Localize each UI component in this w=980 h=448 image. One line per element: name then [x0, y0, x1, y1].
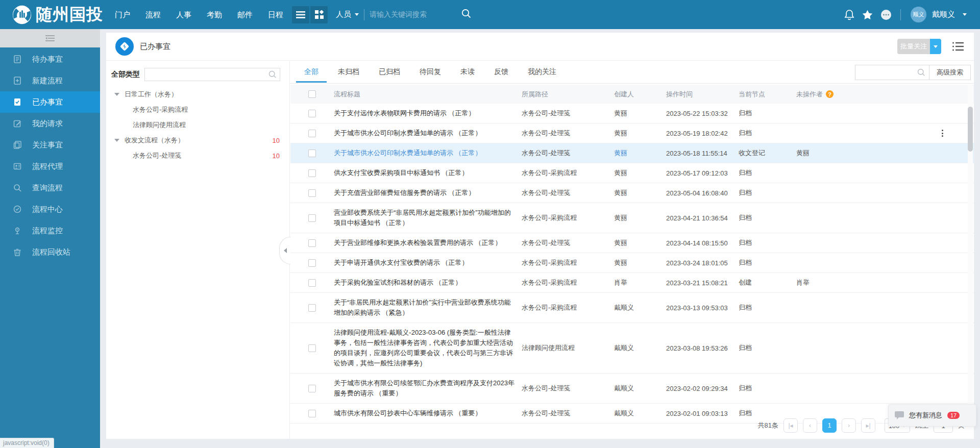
sidebar-item-8[interactable]: 流程监控	[0, 220, 100, 241]
row-creator[interactable]: 黄丽	[614, 129, 666, 138]
row-title[interactable]: 法律顾问使用流程-戴顺义-2023-03-06 (服务类型:一般性法律事务，包括…	[334, 323, 522, 373]
tab-3[interactable]: 待回复	[413, 61, 447, 83]
favorite-star-icon[interactable]	[862, 10, 873, 20]
row-checkbox[interactable]	[308, 110, 316, 117]
row-creator[interactable]: 戴顺义	[614, 343, 666, 353]
nav-item-4[interactable]: 邮件	[230, 0, 260, 29]
table-row[interactable]: 关于充值营业部催费短信服务费的请示 （正常） 水务公司-处理笺 黄丽 2023-…	[290, 183, 974, 203]
row-creator[interactable]: 肖举	[614, 278, 666, 287]
nav-item-2[interactable]: 人事	[168, 0, 199, 29]
table-row[interactable]: 关于申请开通供水支付宝收费的请示 （正常） 水务公司-采购流程 黄丽 2023-…	[290, 253, 974, 273]
nav-item-3[interactable]: 考勤	[199, 0, 230, 29]
row-creator[interactable]: 黄丽	[614, 213, 666, 222]
table-row[interactable]: 关于营业部维修和更换水表检验装置费用的请示 （正常） 水务公司-处理笺 黄丽 2…	[290, 233, 974, 253]
row-creator[interactable]: 黄丽	[614, 148, 666, 158]
sidebar-item-4[interactable]: 关注事宜	[0, 134, 100, 156]
row-title[interactable]: 供水支付宝收费采购项目中标通知书 （正常）	[334, 163, 522, 183]
list-view-icon[interactable]	[952, 42, 964, 51]
sidebar-item-1[interactable]: 新建流程	[0, 70, 100, 91]
batch-follow-button[interactable]: 批量关注	[897, 39, 941, 54]
global-search-input[interactable]: 请输入关键词搜索	[370, 10, 452, 19]
sidebar-item-7[interactable]: 流程中心	[0, 198, 100, 220]
first-page-button[interactable]: |◂	[783, 418, 798, 433]
row-creator[interactable]: 戴顺义	[614, 384, 666, 393]
tree-node-1[interactable]: 水务公司-采购流程	[106, 102, 289, 117]
table-row[interactable]: 关于城市供水公司印制水费通知单的请示 （正常） 水务公司-处理笺 黄丽 2023…	[290, 143, 974, 163]
scrollbar-thumb[interactable]	[968, 107, 973, 152]
user-name[interactable]: 戴顺义	[932, 10, 955, 19]
tab-5[interactable]: 反馈	[488, 61, 514, 83]
row-checkbox[interactable]	[308, 130, 316, 137]
row-checkbox[interactable]	[308, 410, 316, 417]
tree-node-3[interactable]: 收发文流程（水务） 10	[106, 133, 289, 148]
row-title[interactable]: 关于申请开通供水支付宝收费的请示 （正常）	[334, 253, 522, 272]
row-title[interactable]: 关于充值营业部催费短信服务费的请示 （正常）	[334, 183, 522, 203]
user-avatar[interactable]: 顺义	[911, 7, 926, 22]
row-checkbox[interactable]	[308, 239, 316, 247]
row-checkbox[interactable]	[308, 150, 316, 157]
row-creator[interactable]: 戴顺义	[614, 409, 666, 418]
apps-grid-button[interactable]	[310, 6, 328, 23]
nav-item-1[interactable]: 流程	[138, 0, 168, 29]
tree-node-0[interactable]: 日常工作（水务）	[106, 87, 289, 102]
row-creator[interactable]: 黄丽	[614, 258, 666, 267]
table-row[interactable]: 关于“非居民用水超定额累计加价”实行中营业部收费系统功能增加的采购请示 （紧急）…	[290, 293, 974, 323]
list-search-input[interactable]	[855, 65, 929, 80]
user-menu-chevron-icon[interactable]	[963, 13, 967, 16]
row-title[interactable]: 关于城市供水公司印制水费通知单的请示 （正常）	[334, 123, 522, 143]
row-title[interactable]: 关于采购化验室试剂和器材的请示 （正常）	[334, 273, 522, 292]
nav-item-0[interactable]: 门户	[107, 0, 138, 29]
tab-6[interactable]: 我的关注	[522, 61, 562, 83]
current-page-button[interactable]: 1	[822, 418, 837, 433]
tree-expand-caret[interactable]	[114, 139, 119, 142]
type-search-input[interactable]	[144, 68, 280, 81]
row-checkbox[interactable]	[308, 304, 316, 312]
sidebar-item-0[interactable]: 待办事宜	[0, 48, 100, 70]
row-checkbox[interactable]	[308, 169, 316, 177]
more-options-icon[interactable]	[880, 9, 892, 20]
batch-follow-dropdown[interactable]	[930, 39, 941, 54]
sidebar-item-5[interactable]: 流程代理	[0, 156, 100, 177]
table-row[interactable]: 关于支付远传水表物联网卡费用的请示 （正常） 水务公司-处理笺 黄丽 2023-…	[290, 104, 974, 123]
last-page-button[interactable]: ▸|	[861, 418, 875, 433]
tab-4[interactable]: 未读	[454, 61, 481, 83]
row-creator[interactable]: 黄丽	[614, 238, 666, 247]
row-checkbox[interactable]	[308, 214, 316, 222]
row-title[interactable]: 关于支付远传水表物联网卡费用的请示 （正常）	[334, 104, 522, 123]
table-row[interactable]: 关于城市供水有限公司续签鄂汇办水费查询程序及支付2023年服务费的请示 （重要）…	[290, 374, 974, 404]
sidebar-item-3[interactable]: 我的请求	[0, 113, 100, 134]
new-message-toast[interactable]: 您有新消息 17	[888, 404, 976, 427]
advanced-search-button[interactable]: 高级搜索	[929, 65, 971, 80]
global-search-button[interactable]	[461, 9, 471, 20]
nav-item-5[interactable]: 日程	[260, 0, 291, 29]
row-creator[interactable]: 黄丽	[614, 188, 666, 197]
sidebar-item-6[interactable]: 查询流程	[0, 177, 100, 198]
row-title[interactable]: 城市供水有限公司抄表中心车辆维修请示 （重要）	[334, 404, 522, 423]
next-page-button[interactable]: ›	[842, 418, 856, 433]
table-row[interactable]: 供水支付宝收费采购项目中标通知书 （正常） 水务公司-采购流程 黄丽 2023-…	[290, 163, 974, 183]
row-title[interactable]: 关于城市供水公司印制水费通知单的请示 （正常）	[334, 143, 522, 163]
notification-bell-icon[interactable]	[844, 9, 854, 20]
row-title[interactable]: 关于“非居民用水超定额累计加价”实行中营业部收费系统功能增加的采购请示 （紧急）	[334, 293, 522, 322]
row-checkbox[interactable]	[308, 344, 316, 352]
row-title[interactable]: 营业部收费系统关于“非居民用水超定额累计加价”功能增加的项目中标通知书 （正常）	[334, 203, 522, 233]
row-creator[interactable]: 戴顺义	[614, 303, 666, 312]
menu-toggle-button[interactable]	[292, 6, 309, 23]
row-checkbox[interactable]	[308, 259, 316, 267]
people-menu[interactable]: 人员	[336, 10, 359, 19]
tab-0[interactable]: 全部	[298, 61, 325, 83]
row-title[interactable]: 关于城市供水有限公司续签鄂汇办水费查询程序及支付2023年服务费的请示 （重要）	[334, 374, 522, 403]
tab-1[interactable]: 未归档	[332, 61, 365, 83]
tab-2[interactable]: 已归档	[373, 61, 406, 83]
table-row[interactable]: 营业部收费系统关于“非居民用水超定额累计加价”功能增加的项目中标通知书 （正常）…	[290, 203, 974, 233]
table-row[interactable]: 法律顾问使用流程-戴顺义-2023-03-06 (服务类型:一般性法律事务，包括…	[290, 323, 974, 374]
sidebar-collapse-button[interactable]	[0, 29, 100, 47]
row-creator[interactable]: 黄丽	[614, 109, 666, 118]
row-creator[interactable]: 黄丽	[614, 168, 666, 178]
select-all-checkbox[interactable]	[308, 90, 316, 98]
help-question-icon[interactable]: ?	[826, 90, 834, 98]
prev-page-button[interactable]: ‹	[803, 418, 817, 433]
tree-node-2[interactable]: 法律顾问使用流程	[106, 117, 289, 133]
sidebar-item-2[interactable]: 已办事宜	[0, 91, 100, 113]
row-actions-menu[interactable]	[942, 130, 943, 137]
